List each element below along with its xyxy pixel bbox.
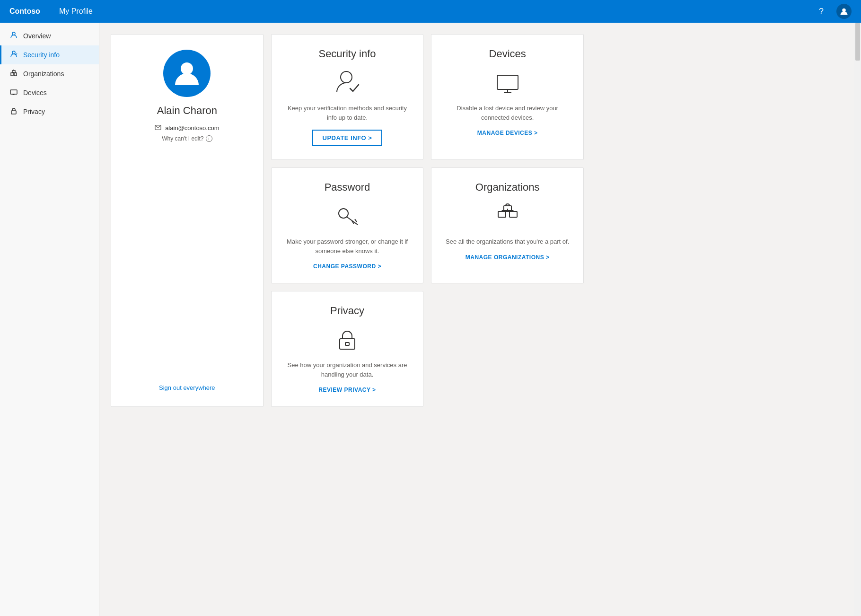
main-content: Alain Charon alain@contoso.com Why can't… [99, 23, 854, 616]
sidebar-label-overview: Overview [23, 32, 51, 40]
sidebar-item-devices[interactable]: Devices [0, 83, 99, 102]
sidebar-label-organizations: Organizations [23, 70, 64, 78]
organizations-card-icon [493, 201, 522, 231]
sidebar: Overview Security info [0, 23, 99, 616]
svg-point-16 [341, 71, 352, 83]
profile-email: alain@contoso.com [155, 124, 219, 132]
organizations-title: Organizations [475, 181, 540, 194]
help-icon[interactable]: ? [814, 4, 829, 19]
security-info-card-icon [333, 68, 361, 98]
password-card: Password Make your password stronger, or… [271, 167, 424, 283]
sidebar-label-devices: Devices [23, 89, 47, 97]
why-cant-edit[interactable]: Why can't I edit? i [162, 135, 212, 142]
overview-icon [9, 31, 18, 41]
security-info-title: Security info [318, 48, 376, 60]
sidebar-label-security-info: Security info [23, 51, 60, 59]
svg-rect-26 [510, 211, 517, 217]
privacy-title: Privacy [330, 305, 364, 317]
privacy-card-icon [333, 325, 361, 355]
svg-rect-25 [498, 211, 506, 217]
svg-rect-17 [497, 75, 518, 89]
svg-rect-4 [14, 73, 17, 76]
svg-point-1 [12, 32, 15, 35]
svg-point-21 [339, 209, 348, 218]
app-layout: Overview Security info [0, 23, 861, 616]
password-title: Password [325, 181, 370, 194]
organizations-icon [9, 69, 18, 79]
svg-rect-13 [11, 111, 16, 114]
sidebar-item-security-info[interactable]: Security info [0, 45, 99, 64]
sidebar-label-privacy: Privacy [23, 108, 45, 115]
sign-out-link[interactable]: Sign out everywhere [159, 384, 215, 391]
devices-desc: Disable a lost device and review your co… [443, 104, 572, 122]
security-info-icon [9, 50, 18, 60]
review-privacy-link[interactable]: REVIEW PRIVACY > [318, 387, 376, 393]
svg-rect-33 [340, 339, 355, 349]
svg-point-2 [12, 51, 15, 54]
organizations-card: Organizations [431, 167, 584, 283]
user-avatar[interactable] [836, 4, 852, 19]
sidebar-item-privacy[interactable]: Privacy [0, 102, 99, 121]
page-title: My Profile [59, 7, 93, 16]
manage-organizations-link[interactable]: MANAGE ORGANIZATIONS > [466, 254, 550, 261]
profile-card: Alain Charon alain@contoso.com Why can't… [111, 34, 264, 407]
change-password-link[interactable]: CHANGE PASSWORD > [313, 263, 381, 270]
scrollbar-track[interactable] [854, 23, 861, 616]
devices-icon [9, 88, 18, 97]
header-actions: ? [814, 4, 852, 19]
devices-card-icon [493, 68, 522, 98]
svg-rect-34 [345, 343, 349, 345]
app-header: Contoso My Profile ? [0, 0, 861, 23]
svg-rect-3 [11, 73, 13, 76]
sidebar-item-organizations[interactable]: Organizations [0, 64, 99, 83]
manage-devices-link[interactable]: MANAGE DEVICES > [477, 130, 538, 136]
privacy-card: Privacy See how your organization and se… [271, 291, 424, 407]
devices-title: Devices [489, 48, 526, 60]
sidebar-item-overview[interactable]: Overview [0, 26, 99, 45]
organizations-desc: See all the organizations that you're a … [446, 237, 569, 246]
svg-point-14 [181, 62, 193, 75]
svg-line-24 [355, 219, 357, 222]
email-icon [155, 124, 161, 132]
password-card-icon [333, 201, 361, 231]
profile-name: Alain Charon [157, 105, 217, 117]
password-desc: Make your password stronger, or change i… [283, 237, 412, 255]
cards-grid: Alain Charon alain@contoso.com Why can't… [111, 34, 584, 407]
privacy-icon [9, 107, 18, 116]
svg-rect-10 [10, 90, 17, 94]
security-info-card: Security info Keep your verification met… [271, 34, 424, 160]
update-info-button[interactable]: UPDATE INFO > [312, 130, 383, 146]
help-circle-icon: i [206, 135, 212, 142]
avatar [163, 50, 211, 97]
privacy-desc: See how your organization and services a… [283, 361, 412, 379]
email-value: alain@contoso.com [165, 124, 219, 132]
scrollbar-thumb[interactable] [855, 23, 860, 61]
security-info-desc: Keep your verification methods and secur… [283, 104, 412, 122]
brand-name: Contoso [9, 7, 40, 16]
devices-card: Devices Disable a lost device and review… [431, 34, 584, 160]
